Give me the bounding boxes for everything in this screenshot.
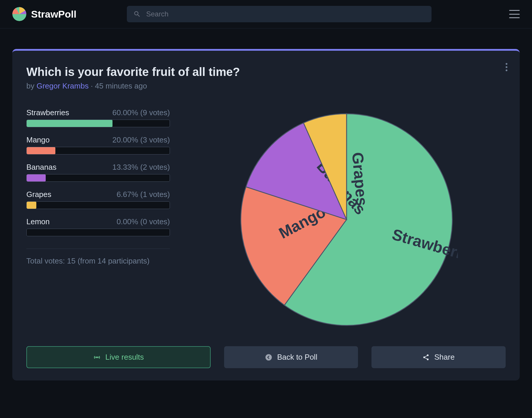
svg-point-4 [423, 356, 425, 358]
result-bar-track [26, 147, 170, 154]
byline-separator: · [88, 81, 95, 90]
result-stat: 0.00% (0 votes) [117, 217, 170, 226]
back-arrow-icon [265, 354, 272, 361]
app-header: StrawPoll [0, 0, 532, 28]
back-to-poll-label: Back to Poll [277, 353, 317, 362]
result-bar-track [26, 201, 170, 209]
result-bar-fill [27, 174, 46, 181]
live-results-label: Live results [105, 353, 144, 362]
poll-results-card: Which is your favorite fruit of all time… [12, 49, 520, 380]
result-label: Lemon [26, 217, 50, 226]
result-stat: 60.00% (9 votes) [112, 108, 170, 117]
search-icon [133, 10, 141, 18]
svg-point-1 [96, 357, 97, 358]
results-divider [26, 249, 170, 249]
result-stat: 6.67% (1 votes) [117, 190, 170, 199]
result-bar-track [26, 229, 170, 236]
menu-icon[interactable] [509, 10, 520, 18]
logo-pie-icon [12, 7, 26, 21]
poll-byline: by Gregor Krambs · 45 minutes ago [26, 81, 506, 91]
result-label: Bananas [26, 163, 57, 172]
svg-point-5 [427, 358, 429, 360]
svg-point-3 [427, 354, 429, 356]
action-row: Live results Back to Poll Share [26, 346, 506, 368]
svg-point-2 [265, 354, 272, 361]
result-row: Strawberries 60.00% (9 votes) [26, 108, 170, 127]
author-prefix: by [26, 81, 37, 90]
result-stat: 20.00% (3 votes) [112, 135, 170, 145]
result-stat: 13.33% (2 votes) [112, 163, 170, 172]
brand-logo[interactable]: StrawPoll [12, 7, 76, 21]
live-results-button[interactable]: Live results [26, 346, 211, 368]
share-icon [422, 354, 429, 361]
result-bar-fill [27, 202, 36, 209]
search-field[interactable] [127, 6, 432, 22]
results-bar-list: Strawberries 60.00% (9 votes) Mango 20.0… [26, 108, 170, 331]
search-input[interactable] [146, 10, 425, 18]
result-bar-track [26, 120, 170, 127]
result-row: Grapes 6.67% (1 votes) [26, 190, 170, 209]
result-bar-track [26, 174, 170, 182]
brand-name: StrawPoll [31, 9, 76, 20]
live-icon [93, 354, 101, 361]
share-label: Share [434, 353, 454, 362]
more-options-icon[interactable] [506, 63, 507, 71]
poll-title: Which is your favorite fruit of all time… [26, 65, 506, 79]
pie-chart: StrawberriesMangoBananasGrapes [187, 108, 506, 331]
result-bar-fill [27, 147, 55, 154]
poll-timestamp: 45 minutes ago [95, 81, 147, 90]
result-row: Bananas 13.33% (2 votes) [26, 163, 170, 182]
share-button[interactable]: Share [371, 346, 506, 368]
result-label: Strawberries [26, 108, 69, 117]
result-row: Mango 20.00% (3 votes) [26, 135, 170, 154]
back-to-poll-button[interactable]: Back to Poll [224, 346, 358, 368]
author-link[interactable]: Gregor Krambs [37, 81, 89, 90]
total-votes-label: Total votes: 15 (from 14 participants) [26, 255, 170, 267]
result-row: Lemon 0.00% (0 votes) [26, 217, 170, 236]
result-label: Grapes [26, 190, 51, 199]
result-bar-fill [27, 120, 112, 127]
result-label: Mango [26, 135, 50, 145]
